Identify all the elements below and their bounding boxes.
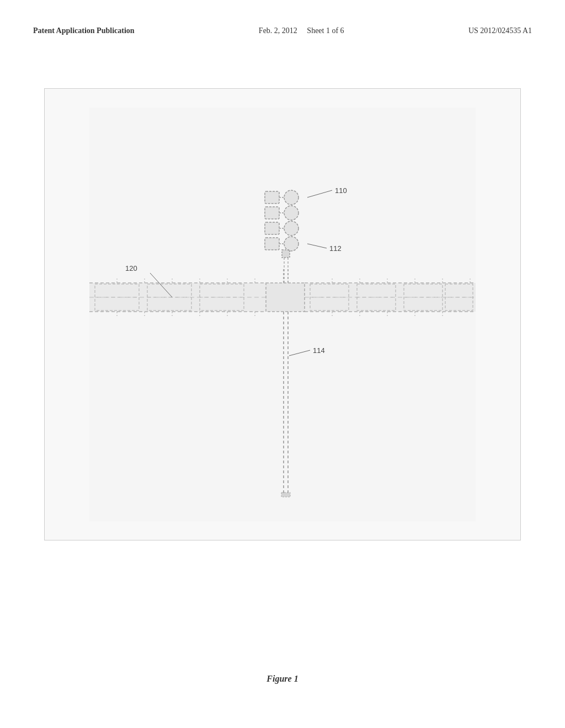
- svg-text:120: 120: [125, 264, 137, 272]
- patent-number: US 2012/024535 A1: [468, 26, 532, 35]
- svg-rect-52: [265, 191, 279, 204]
- sheet-info: Sheet 1 of 6: [307, 26, 344, 35]
- figure-caption: Figure 1: [0, 674, 565, 684]
- figure-1-container: 110 112 114 120: [44, 88, 521, 540]
- page-header: Patent Application Publication Feb. 2, 2…: [33, 26, 532, 35]
- svg-rect-46: [266, 283, 305, 312]
- svg-point-54: [284, 190, 299, 205]
- svg-text:112: 112: [329, 244, 342, 253]
- date-sheet: Feb. 2, 2012 Sheet 1 of 6: [259, 26, 344, 35]
- svg-rect-61: [265, 238, 279, 250]
- svg-rect-55: [265, 207, 279, 219]
- figure-label: Figure 1: [266, 674, 298, 683]
- svg-point-57: [284, 206, 299, 220]
- svg-point-63: [284, 237, 299, 251]
- svg-point-60: [284, 221, 299, 235]
- figure-1-diagram: 110 112 114 120: [89, 108, 476, 521]
- svg-rect-49: [281, 493, 290, 497]
- svg-text:114: 114: [313, 346, 325, 355]
- patent-page: Patent Application Publication Feb. 2, 2…: [0, 0, 565, 728]
- svg-rect-0: [89, 108, 476, 521]
- publication-type: Patent Application Publication: [33, 26, 135, 35]
- date: Feb. 2, 2012: [259, 26, 297, 35]
- svg-rect-58: [265, 222, 279, 234]
- svg-rect-64: [282, 250, 290, 258]
- svg-text:110: 110: [335, 186, 347, 195]
